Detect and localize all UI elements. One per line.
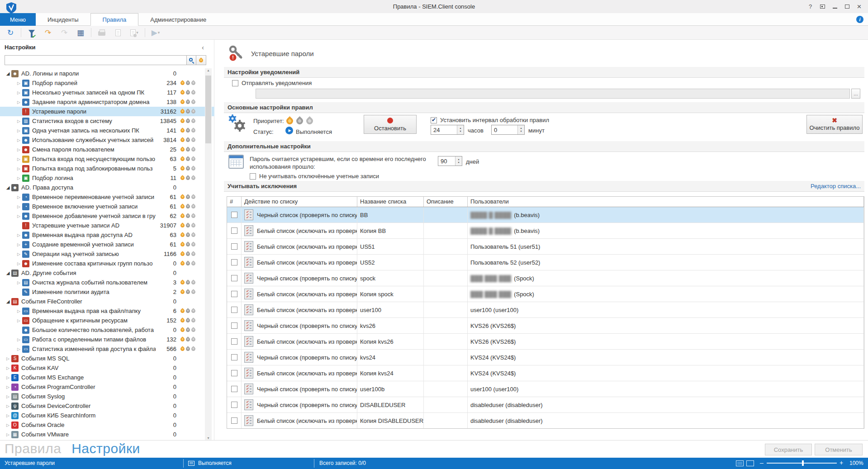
row-checkbox[interactable]	[231, 338, 237, 345]
row-checkbox[interactable]	[231, 402, 237, 408]
expand-arrow-icon[interactable]: ▷	[5, 366, 11, 370]
hours-input[interactable]: 24 ▴▾	[431, 125, 464, 135]
row-checkbox[interactable]	[231, 259, 237, 265]
collapse-arrow-icon[interactable]: ◢	[5, 185, 11, 190]
table-row[interactable]: ✔✔✔Черный список (проверять по списку)sp…	[227, 270, 864, 286]
interval-checkbox[interactable]	[431, 117, 437, 123]
minimize-button[interactable]	[829, 0, 841, 13]
tree-item[interactable]: ▷@События КИБ SearchInform0	[0, 411, 214, 420]
expand-arrow-icon[interactable]: ▷	[15, 318, 22, 323]
table-row[interactable]: ✔✔✔Белый список (исключать из проверки)U…	[227, 255, 864, 270]
expand-arrow-icon[interactable]: ▷	[15, 252, 22, 256]
table-row[interactable]: ✔✔✔Белый список (исключать из проверки)u…	[227, 302, 864, 318]
row-checkbox[interactable]	[231, 386, 237, 392]
expand-arrow-icon[interactable]: ▷	[15, 337, 22, 342]
expand-arrow-icon[interactable]: ▷	[15, 195, 22, 199]
print-preview-button[interactable]	[112, 27, 124, 38]
expand-arrow-icon[interactable]: ▷	[15, 166, 22, 171]
column-header[interactable]: Описание	[424, 197, 468, 207]
enable-rule-button[interactable]: ↷	[42, 27, 54, 38]
tree-item[interactable]: ▷EСобытия MS Exchange0	[0, 373, 214, 382]
run-button[interactable]: ▶▾	[150, 27, 161, 38]
expand-arrow-icon[interactable]: ▷	[15, 81, 22, 85]
scroll-up-icon[interactable]: ▴	[205, 68, 212, 72]
table-row[interactable]: ✔✔✔Черный список (проверять по списку)us…	[227, 381, 864, 397]
tab-menu[interactable]: Меню	[0, 13, 36, 26]
filter-button[interactable]	[26, 27, 38, 38]
table-row[interactable]: ✔✔✔Белый список (исключать из проверки)К…	[227, 286, 864, 302]
column-header[interactable]: Название списка	[357, 197, 424, 207]
column-header[interactable]: #	[227, 197, 242, 207]
priority-flames[interactable]	[286, 118, 313, 124]
expand-arrow-icon[interactable]: ▷	[15, 233, 22, 237]
row-checkbox[interactable]	[231, 291, 237, 297]
tree-item[interactable]: ◢☻AD. Логины и пароли0	[0, 69, 214, 78]
tree-item[interactable]: ▷▭Обращение к критичным ресурсам152	[0, 316, 214, 325]
refresh-button[interactable]: ↻	[5, 27, 16, 38]
tab-rules[interactable]: Правила	[90, 13, 139, 26]
tree-item[interactable]: ▷▭Временная выдача прав на файл/папку6	[0, 306, 214, 316]
save-button[interactable]: Сохранить	[765, 444, 812, 455]
table-row[interactable]: ✔✔✔Белый список (исключать из проверки)U…	[227, 239, 864, 255]
print-button[interactable]	[96, 27, 108, 38]
disable-rule-button[interactable]: ↷	[58, 27, 70, 38]
table-row[interactable]: ✔✔✔Белый список (исключать из проверки)К…	[227, 334, 864, 350]
send-notifications-checkbox[interactable]	[232, 80, 238, 86]
tree-item[interactable]: ▷◔Временное переименование учетной запис…	[0, 192, 214, 202]
expand-arrow-icon[interactable]: ▷	[5, 404, 11, 408]
days-input[interactable]: 90 ▴▾	[438, 156, 462, 166]
tree-item[interactable]: ▷KСобытия KAV0	[0, 363, 214, 373]
tree-item[interactable]: ▷SСобытия MS SQL0	[0, 354, 214, 363]
tree-item[interactable]: ▷▥Статистика входов в систему13845	[0, 116, 214, 126]
expand-arrow-icon[interactable]: ▷	[15, 176, 22, 180]
tree-item[interactable]: ▷▦События VMware0	[0, 430, 214, 439]
notification-recipients-input[interactable]	[256, 89, 850, 99]
view-toggle-grid-button[interactable]	[736, 460, 744, 466]
popout-button[interactable]	[816, 0, 829, 13]
table-row[interactable]: ✔✔✔Черный список (проверять по списку)BB…	[227, 207, 864, 223]
row-checkbox[interactable]	[231, 417, 237, 424]
expand-arrow-icon[interactable]: ▷	[15, 119, 22, 123]
expand-arrow-icon[interactable]: ▷	[15, 214, 22, 218]
expand-arrow-icon[interactable]: ▷	[15, 242, 22, 247]
tree-item[interactable]: ▷▤События Syslog0	[0, 392, 214, 401]
collapse-arrow-icon[interactable]: ◢	[5, 299, 11, 304]
list-editor-link[interactable]: Редактор списка...	[811, 183, 861, 189]
collapse-arrow-icon[interactable]: ◢	[5, 71, 11, 76]
column-header[interactable]: Пользователи	[468, 197, 864, 207]
minutes-stepper[interactable]: ▴▾	[517, 125, 524, 134]
tree-item[interactable]: ▷▣Несколько учетных записей на одном ПК1…	[0, 88, 214, 97]
tree-item[interactable]: ▷◔Временное включение учетной записи61	[0, 202, 214, 211]
sidebar-scrollbar[interactable]: ▴ ▾	[205, 68, 212, 440]
tree-item[interactable]: ☻Большое количество пользователей, работ…	[0, 325, 214, 335]
expand-arrow-icon[interactable]: ▷	[15, 309, 22, 313]
expand-arrow-icon[interactable]: ▷	[5, 423, 11, 427]
clear-rule-button[interactable]: ✖ Очистить правило	[806, 115, 863, 134]
cancel-button[interactable]: Отменить	[815, 444, 863, 455]
info-icon[interactable]: i	[856, 16, 863, 23]
maximize-button[interactable]	[841, 0, 853, 13]
expand-arrow-icon[interactable]: ▷	[15, 347, 22, 351]
expand-arrow-icon[interactable]: ▷	[15, 261, 22, 266]
view-tab-rules[interactable]: Правила	[5, 441, 61, 456]
row-checkbox[interactable]	[231, 275, 237, 281]
row-checkbox[interactable]	[231, 322, 237, 329]
exclude-disabled-accounts-checkbox[interactable]	[250, 173, 256, 180]
tree-item[interactable]: ▷+Создание временной учетной записи61	[0, 240, 214, 249]
expand-arrow-icon[interactable]: ▷	[15, 100, 22, 104]
minutes-input[interactable]: 0 ▴▾	[491, 125, 525, 135]
export-button[interactable]: ▾	[128, 27, 140, 38]
expand-arrow-icon[interactable]: ▷	[15, 138, 22, 142]
tree-item[interactable]: ▷☻Изменение состава критичных групп поль…	[0, 259, 214, 268]
row-checkbox[interactable]	[231, 370, 237, 376]
tree-item[interactable]: ▷▣Подбор паролей234	[0, 78, 214, 88]
expand-arrow-icon[interactable]: ▷	[15, 204, 22, 209]
scrollbar-thumb[interactable]	[205, 76, 211, 143]
expand-arrow-icon[interactable]: ▷	[5, 413, 11, 418]
stop-button[interactable]: Остановить	[364, 115, 417, 134]
expand-arrow-icon[interactable]: ▷	[15, 90, 22, 95]
tree-item[interactable]: ▷▣Подбор логина11	[0, 173, 214, 183]
tree-item[interactable]: !Устаревшие пароли31162	[0, 107, 214, 116]
tree-item[interactable]: ◢▤AD. Другие события0	[0, 268, 214, 278]
tree-item[interactable]: !Устаревшие учетные записи AD31907	[0, 221, 214, 230]
